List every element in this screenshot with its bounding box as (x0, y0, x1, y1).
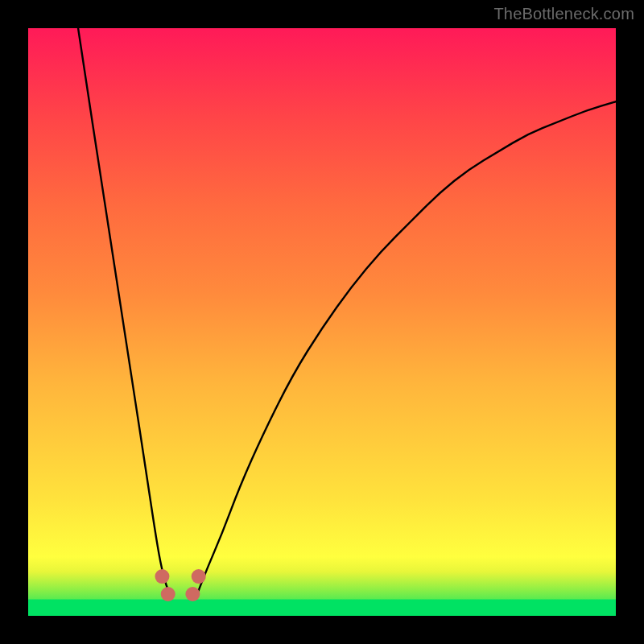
chart-svg (28, 28, 616, 616)
gradient-background (28, 28, 616, 616)
dip-marker (185, 587, 200, 601)
dip-marker (161, 587, 175, 601)
dip-marker (155, 569, 169, 584)
outer-frame: TheBottleneck.com (0, 0, 644, 644)
bottom-green-band (28, 600, 616, 616)
dip-marker (192, 569, 206, 584)
watermark-text: TheBottleneck.com (493, 5, 634, 23)
plot-area (28, 28, 616, 616)
